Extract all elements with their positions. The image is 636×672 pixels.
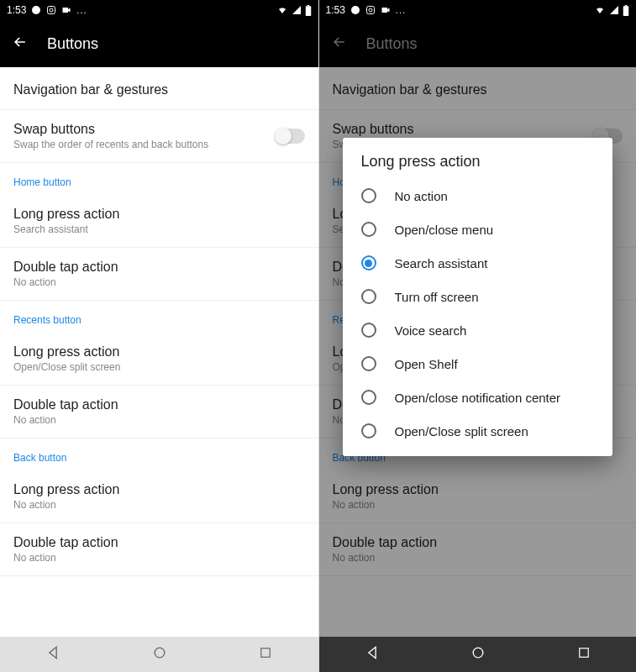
svg-point-0 — [32, 6, 40, 14]
dialog-option-label: Search assistant — [395, 256, 488, 270]
wifi-icon — [276, 5, 288, 15]
radio-button[interactable] — [361, 390, 376, 405]
dialog-option-label: No action — [395, 189, 448, 203]
swap-buttons-sub: Swap the order of recents and back butto… — [13, 139, 208, 150]
dialog-title: Long press action — [343, 153, 613, 179]
back-icon[interactable] — [12, 34, 29, 54]
chat-bubble-icon — [31, 5, 41, 15]
nav-bar — [0, 637, 318, 672]
setting-item-sub: No action — [13, 276, 305, 288]
setting-item-sub: Search assistant — [13, 223, 305, 235]
screen-left: 1:53 ... Butt — [0, 0, 318, 672]
status-bar: 1:53 ... — [0, 0, 318, 20]
setting-item[interactable]: Long press actionSearch assistant — [0, 195, 318, 248]
setting-item-title: Double tap action — [13, 535, 305, 550]
video-icon — [61, 5, 71, 15]
radio-button[interactable] — [361, 188, 376, 203]
radio-button[interactable] — [361, 423, 376, 438]
long-press-dialog: Long press action No actionOpen/close me… — [343, 138, 613, 456]
settings-list[interactable]: Navigation bar & gestures Swap buttons S… — [0, 67, 318, 637]
battery-icon — [305, 5, 312, 16]
setting-item[interactable]: Double tap actionNo action — [0, 523, 318, 576]
signal-icon — [292, 5, 302, 15]
radio-button[interactable] — [361, 289, 376, 304]
svg-point-14 — [473, 648, 483, 658]
svg-point-10 — [369, 8, 372, 12]
app-bar: Buttons — [0, 20, 318, 67]
nav-home-button[interactable] — [470, 644, 486, 664]
status-bar: 1:53 ... — [319, 0, 637, 20]
dialog-option-label: Open/close notification center — [395, 391, 561, 405]
page-title: Buttons — [47, 35, 98, 53]
svg-point-8 — [351, 6, 360, 14]
dialog-option[interactable]: Open Shelf — [343, 347, 613, 381]
radio-button[interactable] — [361, 323, 376, 338]
svg-rect-7 — [261, 648, 271, 658]
more-icon: ... — [76, 5, 87, 15]
setting-item-title: Long press action — [13, 344, 305, 360]
dialog-option[interactable]: Turn off screen — [343, 280, 613, 313]
section-header: Back button — [0, 438, 318, 470]
status-time: 1:53 — [7, 4, 26, 16]
chat-bubble-icon — [350, 5, 360, 15]
setting-item-title: Double tap action — [13, 397, 305, 412]
nav-back-button[interactable] — [364, 644, 381, 664]
status-time: 1:53 — [326, 4, 345, 16]
svg-point-2 — [50, 8, 53, 12]
dialog-option-label: Voice search — [395, 323, 467, 338]
battery-icon — [623, 5, 629, 16]
svg-rect-3 — [63, 8, 69, 13]
nav-gestures-item[interactable]: Navigation bar & gestures — [0, 67, 318, 110]
screen-right: 1:53 ... Buttons Navigation bar & gestur… — [318, 0, 637, 672]
dialog-option[interactable]: Open/close menu — [343, 213, 613, 246]
dialog-option[interactable]: Voice search — [343, 313, 613, 347]
dialog-option[interactable]: Open/close notification center — [343, 381, 613, 414]
nav-bar — [319, 637, 637, 672]
svg-point-6 — [155, 648, 165, 658]
svg-rect-1 — [48, 7, 55, 14]
setting-item-sub: Open/Close split screen — [13, 361, 305, 373]
swap-buttons-label: Swap buttons — [13, 122, 208, 137]
dialog-option-label: Open/Close split screen — [395, 424, 528, 438]
svg-rect-5 — [307, 5, 309, 6]
radio-button[interactable] — [361, 356, 376, 371]
svg-rect-11 — [381, 8, 387, 13]
setting-item-sub: No action — [13, 552, 305, 564]
setting-item-sub: No action — [13, 414, 305, 426]
dialog-option-label: Open Shelf — [395, 357, 458, 371]
svg-rect-12 — [623, 6, 629, 16]
swap-buttons-item[interactable]: Swap buttons Swap the order of recents a… — [0, 110, 318, 163]
setting-item-title: Long press action — [13, 207, 305, 222]
dialog-option[interactable]: Search assistant — [343, 246, 613, 280]
nav-back-button[interactable] — [45, 644, 61, 664]
setting-item[interactable]: Double tap actionNo action — [0, 386, 318, 438]
nav-recents-button[interactable] — [258, 645, 273, 664]
dialog-option-label: Open/close menu — [395, 223, 494, 237]
instagram-icon — [365, 5, 376, 15]
setting-item[interactable]: Long press actionNo action — [0, 470, 318, 523]
dialog-option-label: Turn off screen — [395, 290, 479, 304]
nav-home-button[interactable] — [151, 644, 168, 664]
nav-gestures-label: Navigation bar & gestures — [13, 82, 305, 97]
more-icon: ... — [396, 5, 406, 15]
signal-icon — [609, 5, 619, 15]
wifi-icon — [594, 5, 606, 15]
svg-rect-15 — [580, 648, 589, 658]
dialog-option[interactable]: Open/Close split screen — [343, 414, 613, 448]
setting-item-title: Long press action — [13, 482, 305, 497]
nav-recents-button[interactable] — [576, 645, 591, 664]
setting-item-sub: No action — [13, 499, 305, 511]
swap-buttons-toggle[interactable] — [276, 129, 305, 144]
section-header: Home button — [0, 163, 318, 195]
instagram-icon — [46, 5, 56, 15]
video-icon — [381, 5, 391, 15]
setting-item-title: Double tap action — [13, 260, 305, 275]
svg-rect-4 — [305, 6, 311, 16]
svg-rect-9 — [366, 7, 374, 14]
radio-button[interactable] — [361, 222, 376, 237]
section-header: Recents button — [0, 301, 318, 333]
radio-button[interactable] — [361, 255, 376, 270]
setting-item[interactable]: Long press actionOpen/Close split screen — [0, 333, 318, 386]
dialog-option[interactable]: No action — [343, 179, 613, 213]
setting-item[interactable]: Double tap actionNo action — [0, 248, 318, 301]
